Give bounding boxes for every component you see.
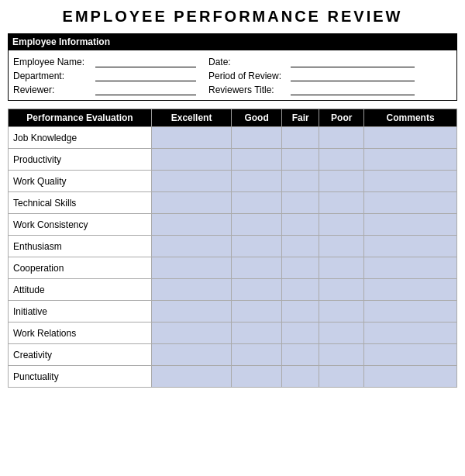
cell-poor[interactable] [319,279,364,301]
cell-good[interactable] [232,214,282,236]
cell-poor[interactable] [319,214,364,236]
cell-fair[interactable] [282,257,319,279]
cell-comments[interactable] [364,127,457,149]
info-row-dept-period: Department: Period of Review: [13,71,452,81]
cell-excellent[interactable] [152,366,232,388]
cell-good[interactable] [232,301,282,323]
row-category-label: Productivity [9,149,152,171]
cell-fair[interactable] [282,149,319,171]
row-category-label: Cooperation [9,257,152,279]
label-department: Department: [13,71,91,81]
cell-fair[interactable] [282,301,319,323]
cell-excellent[interactable] [152,236,232,257]
cell-poor[interactable] [319,323,364,344]
row-category-label: Work Relations [9,323,152,344]
cell-fair[interactable] [282,323,319,344]
table-row: Technical Skills [9,192,457,214]
cell-good[interactable] [232,236,282,257]
row-category-label: Technical Skills [9,192,152,214]
cell-excellent[interactable] [152,279,232,301]
cell-poor[interactable] [319,366,364,388]
col-header-category: Performance Evaluation [9,109,152,127]
input-period[interactable] [291,71,415,81]
cell-excellent[interactable] [152,323,232,344]
table-row: Cooperation [9,257,457,279]
cell-poor[interactable] [319,127,364,149]
label-period: Period of Review: [208,71,286,81]
input-reviewer[interactable] [95,85,196,95]
row-category-label: Creativity [9,344,152,366]
row-category-label: Attitude [9,279,152,301]
cell-poor[interactable] [319,149,364,171]
cell-fair[interactable] [282,279,319,301]
table-row: Work Relations [9,323,457,344]
table-row: Punctuality [9,366,457,388]
col-header-comments: Comments [364,109,457,127]
cell-poor[interactable] [319,192,364,214]
cell-comments[interactable] [364,344,457,366]
cell-good[interactable] [232,127,282,149]
info-row-reviewer-title: Reviewer: Reviewers Title: [13,85,452,95]
cell-comments[interactable] [364,149,457,171]
cell-fair[interactable] [282,366,319,388]
cell-fair[interactable] [282,214,319,236]
cell-poor[interactable] [319,344,364,366]
input-department[interactable] [95,71,196,81]
cell-excellent[interactable] [152,344,232,366]
cell-excellent[interactable] [152,171,232,192]
table-row: Work Consistency [9,214,457,236]
table-row: Creativity [9,344,457,366]
input-date[interactable] [291,57,415,67]
cell-excellent[interactable] [152,192,232,214]
cell-good[interactable] [232,257,282,279]
cell-comments[interactable] [364,171,457,192]
cell-comments[interactable] [364,214,457,236]
label-reviewer: Reviewer: [13,85,91,95]
row-category-label: Punctuality [9,366,152,388]
table-row: Enthusiasm [9,236,457,257]
row-category-label: Initiative [9,301,152,323]
cell-comments[interactable] [364,366,457,388]
cell-poor[interactable] [319,171,364,192]
cell-fair[interactable] [282,344,319,366]
input-reviewers-title[interactable] [291,85,415,95]
row-category-label: Enthusiasm [9,236,152,257]
cell-good[interactable] [232,171,282,192]
cell-fair[interactable] [282,171,319,192]
cell-comments[interactable] [364,301,457,323]
cell-good[interactable] [232,323,282,344]
employee-info-header: Employee Information [8,33,457,50]
cell-fair[interactable] [282,127,319,149]
col-header-poor: Poor [319,109,364,127]
cell-excellent[interactable] [152,149,232,171]
cell-comments[interactable] [364,257,457,279]
cell-fair[interactable] [282,236,319,257]
cell-good[interactable] [232,366,282,388]
cell-fair[interactable] [282,192,319,214]
cell-excellent[interactable] [152,214,232,236]
cell-poor[interactable] [319,257,364,279]
row-category-label: Work Consistency [9,214,152,236]
cell-poor[interactable] [319,236,364,257]
table-row: Work Quality [9,171,457,192]
row-category-label: Job Knowledge [9,127,152,149]
cell-comments[interactable] [364,236,457,257]
table-row: Productivity [9,149,457,171]
input-employee-name[interactable] [95,57,196,67]
cell-good[interactable] [232,279,282,301]
table-row: Job Knowledge [9,127,457,149]
cell-good[interactable] [232,149,282,171]
label-reviewers-title: Reviewers Title: [208,85,286,95]
cell-excellent[interactable] [152,301,232,323]
info-row-name-date: Employee Name: Date: [13,57,452,67]
cell-comments[interactable] [364,279,457,301]
cell-comments[interactable] [364,192,457,214]
cell-good[interactable] [232,192,282,214]
cell-excellent[interactable] [152,257,232,279]
cell-good[interactable] [232,344,282,366]
cell-excellent[interactable] [152,127,232,149]
cell-comments[interactable] [364,323,457,344]
evaluation-table: Performance Evaluation Excellent Good Fa… [8,109,457,388]
cell-poor[interactable] [319,301,364,323]
row-category-label: Work Quality [9,171,152,192]
